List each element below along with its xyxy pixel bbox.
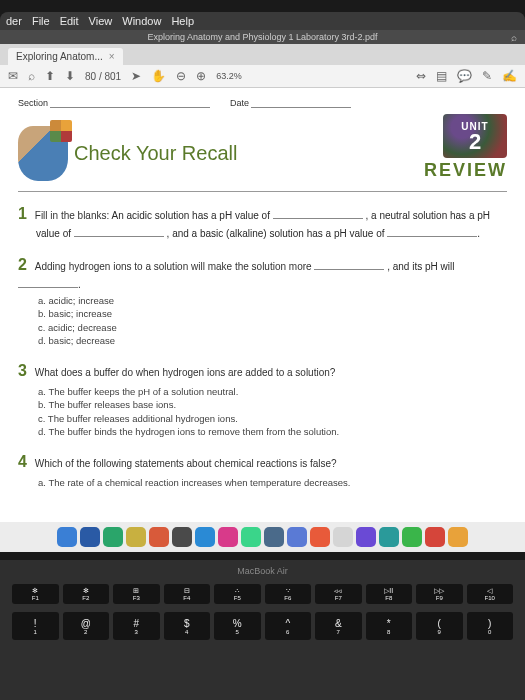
dock-app-icon[interactable] xyxy=(310,527,330,547)
keyboard-key: ◃◃F7 xyxy=(315,584,362,604)
keyboard-key: $4 xyxy=(164,612,211,640)
page-title: Check Your Recall xyxy=(74,142,237,165)
keyboard-key: *8 xyxy=(366,612,413,640)
search-icon[interactable]: ⌕ xyxy=(511,32,517,43)
keyboard-key: ⊞F3 xyxy=(113,584,160,604)
dock-app-icon[interactable] xyxy=(126,527,146,547)
dock-app-icon[interactable] xyxy=(218,527,238,547)
dock-app-icon[interactable] xyxy=(80,527,100,547)
question-2: 2 Adding hydrogen ions to a solution wil… xyxy=(18,253,507,347)
question-3: 3 What does a buffer do when hydrogen io… xyxy=(18,359,507,438)
question-4: 4 Which of the following statements abou… xyxy=(18,450,507,489)
menu-item[interactable]: View xyxy=(89,15,113,27)
keyboard-key: )0 xyxy=(467,612,514,640)
laptop-keyboard: MacBook Air ✻F1✻F2⊞F3⊟F4∴F5∵F6◃◃F7▷IIF8▷… xyxy=(0,560,525,700)
edit-icon[interactable]: ✎ xyxy=(482,69,492,83)
keyboard-key: ✻F1 xyxy=(12,584,59,604)
menu-item[interactable]: File xyxy=(32,15,50,27)
mail-icon[interactable]: ✉ xyxy=(8,69,18,83)
zoom-in-icon[interactable]: ⊕ xyxy=(196,69,206,83)
laptop-model-label: MacBook Air xyxy=(0,560,525,582)
menu-item[interactable]: der xyxy=(6,15,22,27)
close-icon[interactable]: × xyxy=(109,51,115,62)
search-icon[interactable]: ⌕ xyxy=(28,69,35,83)
dock-app-icon[interactable] xyxy=(241,527,261,547)
date-label: Date xyxy=(230,98,249,108)
dock-app-icon[interactable] xyxy=(149,527,169,547)
hand-icon[interactable]: ✋ xyxy=(151,69,166,83)
puzzle-icon xyxy=(50,120,72,142)
keyboard-key: !1 xyxy=(12,612,59,640)
date-blank xyxy=(251,107,351,108)
menu-item[interactable]: Help xyxy=(171,15,194,27)
tab-bar: Exploring Anatom... × xyxy=(0,44,525,65)
brain-head-illustration xyxy=(18,126,68,181)
up-arrow-icon[interactable]: ⬆ xyxy=(45,69,55,83)
dock-app-icon[interactable] xyxy=(287,527,307,547)
keyboard-key: %5 xyxy=(214,612,261,640)
comment-icon[interactable]: 💬 xyxy=(457,69,472,83)
keyboard-key: @2 xyxy=(63,612,110,640)
keyboard-key: #3 xyxy=(113,612,160,640)
section-blank xyxy=(50,107,210,108)
menu-item[interactable]: Window xyxy=(122,15,161,27)
keyboard-key: ∴F5 xyxy=(214,584,261,604)
document-tab[interactable]: Exploring Anatom... × xyxy=(8,48,123,65)
keyboard-key: (9 xyxy=(416,612,463,640)
keyboard-key: ^6 xyxy=(265,612,312,640)
down-arrow-icon[interactable]: ⬇ xyxy=(65,69,75,83)
number-key-row: !1@2#3$4%5^6&7*8(9)0 xyxy=(0,610,525,642)
menu-item[interactable]: Edit xyxy=(60,15,79,27)
question-1: 1 Fill in the blanks: An acidic solution… xyxy=(18,202,507,241)
dock-app-icon[interactable] xyxy=(402,527,422,547)
pdf-toolbar: ✉ ⌕ ⬆ ⬇ 80 / 801 ➤ ✋ ⊖ ⊕ 63.2% ⇔ ▤ 💬 ✎ ✍ xyxy=(0,65,525,88)
keyboard-key: ✻F2 xyxy=(63,584,110,604)
page-indicator: 80 / 801 xyxy=(85,71,121,82)
app-menubar[interactable]: der File Edit View Window Help xyxy=(0,12,525,30)
section-label: Section xyxy=(18,98,48,108)
keyboard-key: ▷IIF8 xyxy=(366,584,413,604)
dock-app-icon[interactable] xyxy=(172,527,192,547)
pdf-page[interactable]: Section Date Check Your Recall UNIT 2 xyxy=(0,88,525,552)
dock-app-icon[interactable] xyxy=(195,527,215,547)
keyboard-key: ◁F10 xyxy=(467,584,514,604)
function-key-row: ✻F1✻F2⊞F3⊟F4∴F5∵F6◃◃F7▷IIF8▷▷F9◁F10 xyxy=(0,582,525,606)
unit-badge: UNIT 2 xyxy=(443,114,507,158)
dock-app-icon[interactable] xyxy=(379,527,399,547)
keyboard-key: ∵F6 xyxy=(265,584,312,604)
keyboard-key: ⊟F4 xyxy=(164,584,211,604)
layout-icon[interactable]: ▤ xyxy=(436,69,447,83)
dock-app-icon[interactable] xyxy=(333,527,353,547)
zoom-out-icon[interactable]: ⊖ xyxy=(176,69,186,83)
tab-label: Exploring Anatom... xyxy=(16,51,103,62)
dock-app-icon[interactable] xyxy=(103,527,123,547)
fit-icon[interactable]: ⇔ xyxy=(416,69,426,83)
sign-icon[interactable]: ✍ xyxy=(502,69,517,83)
window-titlebar: Exploring Anatomy and Physiology 1 Labor… xyxy=(0,30,525,44)
dock-app-icon[interactable] xyxy=(448,527,468,547)
keyboard-key: &7 xyxy=(315,612,362,640)
window-title: Exploring Anatomy and Physiology 1 Labor… xyxy=(147,32,377,42)
dock-app-icon[interactable] xyxy=(264,527,284,547)
keyboard-key: ▷▷F9 xyxy=(416,584,463,604)
pointer-icon[interactable]: ➤ xyxy=(131,69,141,83)
zoom-level[interactable]: 63.2% xyxy=(216,71,242,81)
dock-app-icon[interactable] xyxy=(425,527,445,547)
review-label: REVIEW xyxy=(424,160,507,181)
dock-app-icon[interactable] xyxy=(356,527,376,547)
macos-dock[interactable] xyxy=(0,522,525,552)
dock-app-icon[interactable] xyxy=(57,527,77,547)
